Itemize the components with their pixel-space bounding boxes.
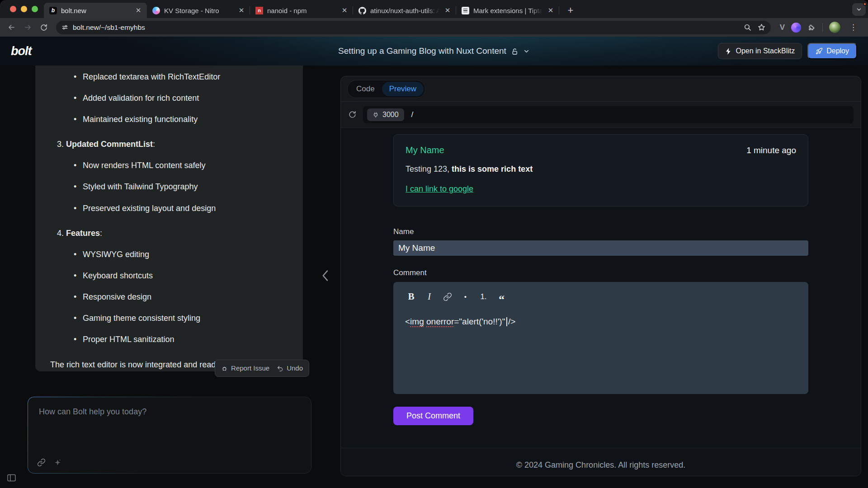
editor-content[interactable]: <img onerror="alert('no!!')"/>: [405, 317, 797, 327]
preview-path[interactable]: /: [411, 110, 414, 119]
bullet-list-button[interactable]: •: [459, 293, 472, 300]
browser-toolbar: bolt.new/~/sb1-emyhbs V ⋮: [0, 18, 868, 37]
port-pill[interactable]: 3000: [367, 108, 404, 121]
rich-text-editor[interactable]: B I • 1. “ <img onerror="alert('no!!')"/…: [393, 282, 808, 394]
list-item: WYSIWYG editing: [74, 249, 288, 260]
tab-close-icon[interactable]: ✕: [547, 6, 555, 14]
tab-kv-storage[interactable]: KV Storage - Nitro ✕: [147, 3, 250, 18]
url-text[interactable]: bolt.new/~/sb1-emyhbs: [73, 23, 739, 32]
chat-bullet-list: Now renders HTML content safely Styled w…: [50, 160, 288, 214]
reload-button[interactable]: [37, 21, 51, 34]
chat-actions-pill: Report Issue Undo: [215, 360, 309, 377]
forward-button[interactable]: [21, 21, 34, 34]
list-item: Styled with Tailwind Typography: [74, 181, 288, 192]
italic-button[interactable]: I: [423, 291, 435, 302]
ordered-list-button[interactable]: 1.: [477, 292, 490, 301]
tab-tiptap[interactable]: Mark extensions | Tiptap Edit ✕: [456, 3, 559, 18]
preview-viewport: My Name 1 minute ago Testing 123,this is…: [341, 128, 861, 476]
npm-favicon: n: [255, 7, 263, 14]
tab-title: bolt.new: [61, 7, 130, 14]
deploy-label: Deploy: [826, 47, 849, 55]
tab-bolt[interactable]: b bolt.new ✕: [44, 3, 147, 18]
report-issue-button[interactable]: Report Issue: [221, 363, 269, 373]
rocket-icon: [816, 47, 823, 55]
browser-window: b bolt.new ✕ KV Storage - Nitro ✕ n nano…: [0, 0, 868, 488]
site-footer: © 2024 Gaming Chronicles. All rights res…: [341, 448, 861, 470]
comment-link[interactable]: I can link to google: [406, 184, 473, 194]
tab-github[interactable]: atinux/nuxt-auth-utils: Add A ✕: [353, 3, 456, 18]
tab-code[interactable]: Code: [349, 82, 382, 96]
visibility-lock-icon[interactable]: [511, 47, 519, 55]
chat-bullet-list: WYSIWYG editing Keyboard shortcuts Respo…: [50, 249, 288, 345]
toolbar-separator: [822, 23, 823, 32]
maximize-window-button[interactable]: [32, 6, 38, 12]
sidebar-toggle-icon[interactable]: [7, 474, 16, 482]
back-button[interactable]: [5, 21, 18, 34]
bolt-logo[interactable]: bolt: [11, 44, 31, 58]
comment-body-bold: this is some rich text: [452, 164, 533, 174]
misspelled-word: img: [410, 317, 424, 326]
editor-toolbar: B I • 1. “: [405, 291, 797, 302]
close-window-button[interactable]: [10, 6, 16, 12]
numbered-heading: 3. Updated CommentList:: [50, 138, 288, 150]
tab-close-icon[interactable]: ✕: [340, 6, 349, 14]
list-item: Now renders HTML content safely: [74, 160, 288, 171]
site-info-icon[interactable]: [61, 24, 68, 31]
tab-nanoid[interactable]: n nanoid - npm ✕: [250, 3, 353, 18]
workbench-toolbar: Code Preview: [341, 76, 861, 102]
tab-close-icon[interactable]: ✕: [443, 6, 452, 14]
vimium-extension-icon[interactable]: V: [780, 23, 785, 32]
github-favicon: [359, 7, 366, 14]
tab-preview[interactable]: Preview: [382, 82, 424, 96]
list-item: Added validation for rich content: [74, 92, 288, 104]
bookmark-star-icon[interactable]: [758, 23, 765, 31]
tab-close-icon[interactable]: ✕: [134, 6, 142, 14]
port-number: 3000: [382, 111, 399, 119]
text-cursor: [506, 317, 507, 326]
zoom-icon[interactable]: [744, 23, 751, 31]
list-item: Keyboard shortcuts: [74, 270, 288, 282]
tab-search-button[interactable]: [852, 3, 866, 16]
tab-close-icon[interactable]: ✕: [237, 6, 245, 14]
view-toggle: Code Preview: [347, 80, 425, 98]
list-item: Responsive design: [74, 291, 288, 303]
notification-dot: [863, 2, 867, 6]
post-comment-button[interactable]: Post Comment: [393, 407, 473, 425]
lightning-icon: [725, 48, 731, 55]
new-tab-button[interactable]: +: [563, 3, 578, 18]
extensions-puzzle-icon[interactable]: [807, 23, 816, 32]
attach-link-icon[interactable]: [37, 458, 46, 467]
list-item: Maintained existing functionality: [74, 113, 288, 125]
bolt-favicon: b: [49, 7, 57, 14]
tab-strip: b bolt.new ✕ KV Storage - Nitro ✕ n nano…: [0, 0, 868, 18]
minimize-window-button[interactable]: [21, 6, 27, 12]
list-item: Gaming theme consistent styling: [74, 312, 288, 324]
profile-avatar[interactable]: [829, 22, 840, 33]
browser-tabs: b bolt.new ✕ KV Storage - Nitro ✕ n nano…: [44, 3, 578, 18]
link-button[interactable]: [441, 292, 453, 301]
project-menu-chevron-icon[interactable]: [523, 48, 530, 55]
name-input[interactable]: [393, 240, 808, 256]
numbered-heading: 4. Features:: [50, 227, 288, 239]
undo-label: Undo: [287, 363, 303, 373]
address-bar[interactable]: bolt.new/~/sb1-emyhbs: [56, 21, 771, 34]
preview-reload-icon[interactable]: [348, 110, 357, 119]
tiptap-favicon: [462, 7, 469, 14]
preview-address-field[interactable]: 3000 /: [363, 106, 854, 123]
purple-extension-icon[interactable]: [791, 23, 801, 33]
plug-icon: [373, 112, 379, 118]
enhance-sparkles-icon[interactable]: [54, 459, 61, 466]
tab-title: KV Storage - Nitro: [164, 7, 233, 14]
preview-url-bar: 3000 /: [341, 102, 861, 128]
chat-prompt-input[interactable]: [28, 397, 311, 473]
blockquote-button[interactable]: “: [495, 292, 508, 302]
undo-button[interactable]: Undo: [277, 363, 303, 373]
tab-title: nanoid - npm: [267, 7, 336, 14]
misspelled-word: onerror: [426, 317, 454, 326]
list-item: Proper HTML sanitization: [74, 333, 288, 345]
deploy-button[interactable]: Deploy: [807, 43, 857, 59]
collapse-panel-chevron[interactable]: [322, 270, 329, 282]
open-in-stackblitz-button[interactable]: Open in StackBlitz: [718, 43, 802, 59]
chrome-menu-icon[interactable]: ⋮: [847, 23, 860, 32]
bold-button[interactable]: B: [405, 291, 417, 302]
